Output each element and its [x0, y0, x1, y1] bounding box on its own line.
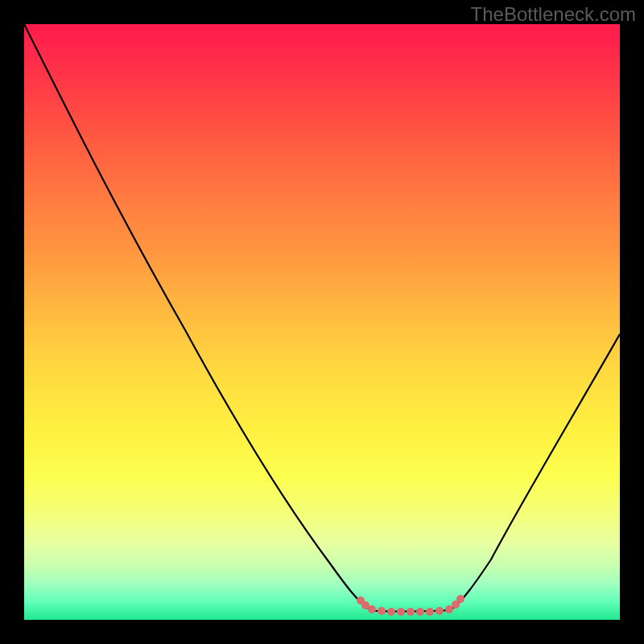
svg-point-10 [445, 605, 453, 613]
svg-point-3 [378, 607, 386, 615]
svg-point-2 [368, 605, 376, 613]
svg-point-4 [387, 608, 395, 616]
svg-point-8 [426, 608, 434, 616]
svg-point-6 [407, 608, 415, 616]
svg-point-12 [456, 595, 464, 603]
svg-point-5 [397, 608, 405, 616]
svg-point-7 [416, 608, 424, 616]
optimal-range-marker [357, 595, 464, 616]
curve-overlay [24, 24, 620, 620]
bottleneck-curve [24, 24, 620, 612]
watermark-text: TheBottleneck.com [471, 3, 636, 26]
svg-point-9 [436, 607, 444, 615]
